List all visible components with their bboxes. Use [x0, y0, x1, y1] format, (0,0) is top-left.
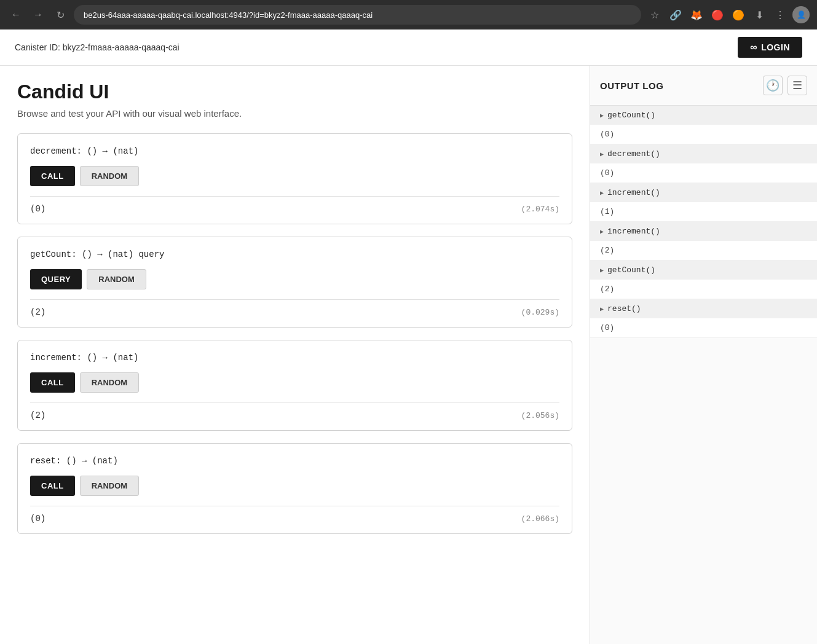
log-fn-name-1: decrement() [607, 149, 660, 159]
output-log-icons: 🕐 ☰ [763, 76, 807, 95]
result-time-increment: (2.056s) [521, 411, 559, 420]
log-entry-value-4: (2) [590, 280, 817, 299]
log-chevron-1: ▶ [600, 151, 604, 158]
query-button-getCount[interactable]: QUERY [30, 269, 82, 289]
back-button[interactable]: ← [7, 6, 25, 23]
method-result-decrement: (0) (2.074s) [30, 196, 559, 214]
browser-actions: ☆ 🔗 🦊 🔴 🟠 ⬇ ⋮ 👤 [646, 6, 810, 23]
random-button-reset[interactable]: RANDOM [80, 476, 140, 496]
result-value-reset: (0) [30, 514, 45, 524]
random-button-increment[interactable]: RANDOM [80, 372, 140, 393]
log-fn-name-0: getCount() [607, 111, 655, 120]
main-layout: Candid UI Browse and test your API with … [0, 66, 817, 644]
log-entry-value-0: (0) [590, 125, 817, 144]
output-log-entries: ▶getCount()(0)▶decrement()(0)▶increment(… [590, 106, 817, 644]
canister-id-label: Canister ID: bkyz2-fmaaa-aaaaa-qaaaq-cai [15, 42, 180, 52]
log-entry-header-3[interactable]: ▶increment() [590, 222, 817, 241]
output-log-title: OUTPUT LOG [600, 80, 663, 91]
method-signature-increment: increment: () → (nat) [30, 353, 559, 363]
menu-icon[interactable]: ⋮ [772, 6, 789, 23]
bookmark-icon[interactable]: ☆ [646, 6, 663, 23]
login-button[interactable]: ∞ LOGIN [738, 37, 802, 58]
method-buttons-getCount: QUERY RANDOM [30, 269, 559, 289]
addon1-icon[interactable]: 🦊 [688, 6, 705, 23]
log-entry-value-1: (0) [590, 163, 817, 183]
result-time-decrement: (2.074s) [521, 205, 559, 214]
method-card-getCount: getCount: () → (nat) query QUERY RANDOM … [17, 237, 572, 328]
refresh-button[interactable]: ↻ [52, 6, 69, 23]
page-subtitle: Browse and test your API with our visual… [17, 108, 572, 119]
forward-button[interactable]: → [30, 6, 47, 23]
output-log-header: OUTPUT LOG 🕐 ☰ [590, 66, 817, 106]
random-button-getCount[interactable]: RANDOM [87, 269, 146, 289]
result-time-getCount: (0.029s) [521, 308, 559, 317]
history-icon-button[interactable]: 🕐 [763, 76, 783, 95]
call-button-reset[interactable]: CALL [30, 476, 75, 496]
log-entry-header-1[interactable]: ▶decrement() [590, 144, 817, 163]
log-chevron-3: ▶ [600, 228, 604, 235]
extensions-icon[interactable]: 🔗 [667, 6, 684, 23]
log-entry-header-0[interactable]: ▶getCount() [590, 106, 817, 125]
download-icon[interactable]: ⬇ [751, 6, 768, 23]
log-chevron-2: ▶ [600, 189, 604, 197]
infinity-icon: ∞ [750, 42, 757, 53]
log-fn-name-2: increment() [607, 188, 660, 197]
result-time-reset: (2.066s) [521, 514, 559, 524]
log-entry-value-2: (1) [590, 202, 817, 222]
method-card-decrement: decrement: () → (nat) CALL RANDOM (0) (2… [17, 133, 572, 224]
method-cards-container: decrement: () → (nat) CALL RANDOM (0) (2… [17, 133, 572, 534]
method-signature-decrement: decrement: () → (nat) [30, 146, 559, 156]
method-result-reset: (0) (2.066s) [30, 506, 559, 524]
log-entry-value-3: (2) [590, 241, 817, 261]
call-button-decrement[interactable]: CALL [30, 166, 75, 186]
log-fn-name-3: increment() [607, 227, 660, 236]
result-value-getCount: (2) [30, 307, 45, 317]
result-value-decrement: (0) [30, 204, 45, 214]
log-entry-value-5: (0) [590, 318, 817, 338]
log-fn-name-4: getCount() [607, 265, 655, 275]
log-entry-header-4[interactable]: ▶getCount() [590, 261, 817, 280]
addon2-icon[interactable]: 🔴 [709, 6, 726, 23]
method-result-getCount: (2) (0.029s) [30, 299, 559, 317]
address-bar[interactable] [74, 5, 641, 25]
log-entry-header-5[interactable]: ▶reset() [590, 299, 817, 318]
method-signature-reset: reset: () → (nat) [30, 456, 559, 466]
method-buttons-increment: CALL RANDOM [30, 372, 559, 393]
app-header: Canister ID: bkyz2-fmaaa-aaaaa-qaaaq-cai… [0, 29, 817, 66]
method-card-increment: increment: () → (nat) CALL RANDOM (2) (2… [17, 340, 572, 431]
log-fn-name-5: reset() [607, 304, 641, 313]
result-value-increment: (2) [30, 410, 45, 420]
right-panel: OUTPUT LOG 🕐 ☰ ▶getCount()(0)▶decrement(… [590, 66, 817, 644]
browser-chrome: ← → ↻ ☆ 🔗 🦊 🔴 🟠 ⬇ ⋮ 👤 [0, 0, 817, 29]
method-result-increment: (2) (2.056s) [30, 402, 559, 420]
list-icon-button[interactable]: ☰ [787, 76, 807, 95]
method-buttons-decrement: CALL RANDOM [30, 166, 559, 186]
log-entry-header-2[interactable]: ▶increment() [590, 183, 817, 202]
call-button-increment[interactable]: CALL [30, 372, 75, 393]
log-chevron-4: ▶ [600, 267, 604, 274]
method-signature-getCount: getCount: () → (nat) query [30, 249, 559, 259]
method-buttons-reset: CALL RANDOM [30, 476, 559, 496]
method-card-reset: reset: () → (nat) CALL RANDOM (0) (2.066… [17, 443, 572, 534]
left-panel: Candid UI Browse and test your API with … [0, 66, 590, 644]
log-chevron-5: ▶ [600, 305, 604, 313]
page-title: Candid UI [17, 80, 572, 103]
random-button-decrement[interactable]: RANDOM [80, 166, 140, 186]
log-chevron-0: ▶ [600, 112, 604, 119]
addon3-icon[interactable]: 🟠 [730, 6, 747, 23]
avatar[interactable]: 👤 [792, 6, 810, 23]
